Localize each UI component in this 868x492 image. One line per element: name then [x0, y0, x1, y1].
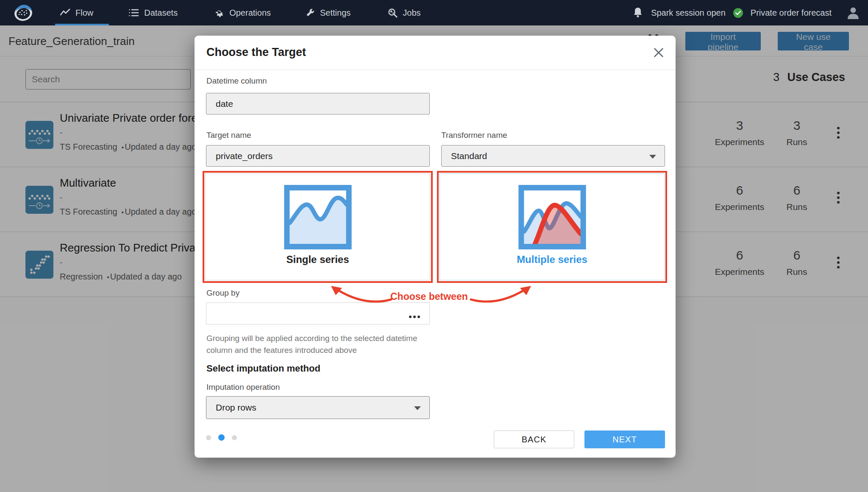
- multiple-series-chart-icon: [518, 185, 586, 249]
- nav-tab-settings[interactable]: Settings: [306, 0, 351, 25]
- user-avatar-icon[interactable]: [846, 6, 860, 20]
- annotation-red-frame: Multiple series: [437, 171, 667, 283]
- close-icon[interactable]: [653, 47, 665, 59]
- annotation-arrow-right: [469, 285, 533, 304]
- imputation-operation-label: Imputation operation: [206, 383, 280, 392]
- nav-tab-flow[interactable]: Flow: [60, 0, 93, 25]
- choose-target-modal: Choose the Target Datetime column Target…: [195, 36, 676, 458]
- nav-tab-operations[interactable]: Operations: [215, 0, 271, 25]
- pagination-dot: [206, 435, 211, 440]
- divider: [195, 70, 676, 70]
- chevron-down-icon: [649, 155, 656, 159]
- pagination-dot-active: [218, 434, 225, 441]
- brand-logo-icon[interactable]: [14, 3, 33, 22]
- wizard-pagination: [206, 434, 237, 441]
- nav-tab-label: Operations: [229, 8, 271, 18]
- wrench-icon: [306, 8, 315, 17]
- single-series-label: Single series: [286, 254, 349, 266]
- bell-icon[interactable]: [632, 7, 643, 19]
- group-by-label: Group by: [206, 288, 239, 298]
- nav-tab-label: Jobs: [403, 8, 420, 18]
- nav-tab-datasets[interactable]: Datasets: [129, 0, 178, 25]
- annotation-arrow-left: [329, 285, 393, 304]
- nav-tab-jobs[interactable]: Jobs: [388, 0, 420, 25]
- imputation-select[interactable]: Drop rows: [206, 396, 430, 419]
- imputation-heading: Select imputation method: [206, 363, 320, 374]
- single-series-chart-icon: [284, 185, 352, 249]
- nav-tab-label: Datasets: [144, 8, 178, 18]
- top-navbar: Flow Datasets Operations Sett: [0, 0, 868, 25]
- annotation-text: Choose between: [390, 291, 475, 302]
- project-name: Private order forecast: [751, 8, 832, 18]
- multiple-series-card[interactable]: Multiple series: [440, 173, 665, 280]
- multiple-series-label: Multiple series: [517, 254, 587, 266]
- target-name-input[interactable]: [206, 145, 430, 167]
- annotation-red-frame: Single series: [203, 171, 433, 283]
- chevron-down-icon: [414, 406, 421, 410]
- datetime-column-label: Datetime column: [206, 76, 267, 86]
- back-button[interactable]: BACK: [494, 430, 574, 448]
- modal-title: Choose the Target: [206, 46, 306, 59]
- nav-tab-label: Settings: [320, 8, 351, 18]
- active-tab-underline: [55, 24, 109, 25]
- nav-tab-label: Flow: [75, 8, 93, 18]
- transformer-name-label: Transformer name: [441, 131, 507, 140]
- app-window: Flow Datasets Operations Sett: [0, 0, 868, 492]
- success-check-icon: [733, 8, 743, 18]
- target-name-label: Target name: [206, 131, 251, 140]
- single-series-card[interactable]: Single series: [205, 173, 430, 280]
- transformer-select[interactable]: Standard: [441, 145, 665, 167]
- datetime-column-input[interactable]: [206, 93, 430, 115]
- next-button[interactable]: NEXT: [584, 430, 665, 448]
- jobs-monitor-icon: [388, 8, 398, 18]
- spark-status-text: Spark session open: [651, 8, 726, 18]
- list-icon: [129, 8, 139, 17]
- group-by-input[interactable]: [206, 302, 430, 324]
- ellipsis-icon[interactable]: [409, 312, 423, 316]
- pagination-dot: [232, 435, 237, 440]
- flow-chart-icon: [60, 8, 70, 17]
- gear-icon: [215, 8, 224, 17]
- group-by-help-text: Grouping will be applied according to th…: [206, 333, 420, 356]
